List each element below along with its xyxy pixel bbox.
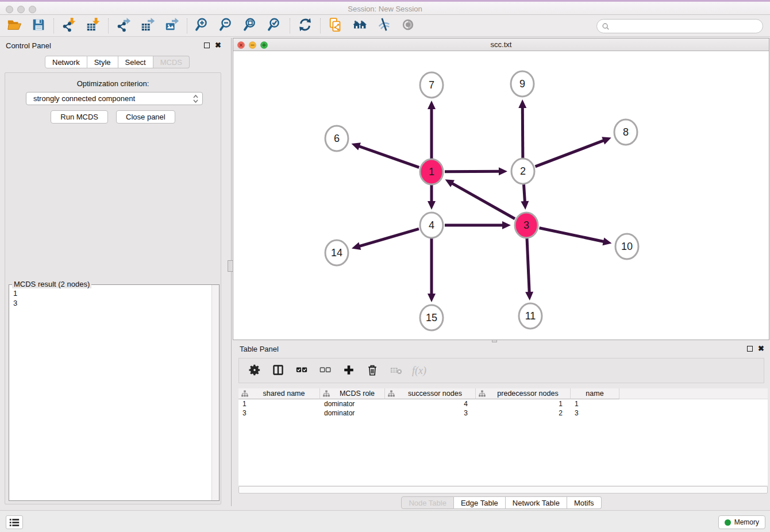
edge-4-14[interactable] bbox=[359, 229, 419, 246]
table-row[interactable]: 3dominator323 bbox=[238, 408, 768, 418]
zoom-selected-button[interactable] bbox=[266, 17, 283, 34]
edge-3-11[interactable] bbox=[527, 238, 529, 293]
float-table-panel-icon[interactable] bbox=[747, 346, 753, 352]
table-tab-node-table[interactable]: Node Table bbox=[401, 496, 454, 509]
node-4[interactable]: 4 bbox=[420, 213, 443, 238]
node-6[interactable]: 6 bbox=[325, 126, 348, 151]
create-column-button[interactable] bbox=[341, 363, 356, 378]
select-all-button[interactable] bbox=[294, 363, 309, 378]
svg-text:7: 7 bbox=[429, 79, 434, 91]
node-3[interactable]: 3 bbox=[515, 213, 538, 238]
table-mode-button[interactable] bbox=[247, 363, 262, 378]
toolbar-group bbox=[6, 17, 47, 34]
export-image-button[interactable] bbox=[163, 17, 180, 34]
show-all-button[interactable] bbox=[399, 17, 417, 34]
float-panel-icon[interactable] bbox=[204, 43, 210, 48]
export-table-button[interactable] bbox=[139, 17, 156, 34]
delete-column-button[interactable] bbox=[365, 363, 380, 378]
save-session-icon bbox=[31, 17, 46, 34]
clear-selection-button[interactable] bbox=[318, 363, 333, 378]
hide-selected-icon bbox=[376, 17, 391, 34]
zoom-fit-button[interactable] bbox=[242, 17, 259, 34]
control-panel-controls: ✖ bbox=[204, 42, 221, 48]
apply-layout-button[interactable] bbox=[297, 17, 314, 34]
node-14[interactable]: 14 bbox=[325, 240, 348, 265]
run-mcds-button[interactable]: Run MCDS bbox=[51, 110, 108, 124]
toolbar-separator bbox=[108, 18, 109, 33]
table-tab-motifs[interactable]: Motifs bbox=[567, 496, 602, 509]
edge-3-10[interactable] bbox=[540, 228, 605, 242]
automation-list-button[interactable] bbox=[6, 515, 23, 529]
edge-2-3[interactable] bbox=[523, 184, 525, 202]
open-file-button[interactable] bbox=[6, 17, 23, 34]
column-header-mcds-role[interactable]: MCDS role bbox=[320, 388, 385, 399]
svg-text:6: 6 bbox=[334, 133, 340, 144]
table-horizontal-scrollbar[interactable] bbox=[238, 486, 768, 494]
zoom-out-icon bbox=[219, 17, 234, 34]
function-builder-button: f(x) bbox=[412, 363, 426, 378]
node-9[interactable]: 9 bbox=[511, 71, 534, 97]
node-11[interactable]: 11 bbox=[519, 303, 542, 329]
show-columns-button[interactable] bbox=[271, 363, 286, 378]
criterion-select[interactable]: strongly connected component bbox=[26, 92, 203, 105]
node-10[interactable]: 10 bbox=[615, 234, 638, 259]
node-15[interactable]: 15 bbox=[420, 305, 443, 330]
edge-2-9[interactable] bbox=[522, 107, 523, 158]
memory-status-icon bbox=[725, 519, 731, 526]
column-header-predecessor-nodes[interactable]: predecessor nodes bbox=[476, 388, 571, 399]
export-image-icon bbox=[164, 17, 179, 34]
svg-text:4: 4 bbox=[429, 219, 434, 231]
node-1[interactable]: 1 bbox=[420, 159, 443, 184]
hide-selected-button[interactable] bbox=[375, 17, 392, 34]
first-neighbors-button[interactable] bbox=[351, 17, 368, 34]
tab-network[interactable]: Network bbox=[45, 56, 87, 68]
cell-shared-name: 3 bbox=[238, 409, 320, 417]
table-tab-network-table[interactable]: Network Table bbox=[506, 496, 567, 509]
save-session-button[interactable] bbox=[30, 17, 47, 34]
cell-name: 3 bbox=[571, 409, 619, 417]
zoom-in-button[interactable] bbox=[194, 17, 211, 34]
import-network-button[interactable] bbox=[60, 17, 78, 34]
column-label: MCDS role bbox=[330, 390, 384, 398]
search-icon bbox=[602, 22, 610, 30]
zoom-selected-icon bbox=[267, 17, 282, 34]
memory-label: Memory bbox=[734, 518, 759, 526]
export-network-button[interactable] bbox=[115, 17, 132, 34]
new-network-from-selection-button[interactable] bbox=[327, 17, 344, 34]
table-row[interactable]: 1dominator411 bbox=[238, 399, 768, 408]
list-icon bbox=[9, 518, 20, 527]
network-canvas[interactable]: 7968124314101511 bbox=[233, 52, 769, 340]
node-8[interactable]: 8 bbox=[614, 119, 637, 145]
column-header-shared-name[interactable]: shared name bbox=[238, 388, 320, 399]
toolbar-separator bbox=[320, 18, 321, 33]
column-header-name[interactable]: name bbox=[571, 388, 619, 399]
table-tab-edge-table[interactable]: Edge Table bbox=[454, 496, 506, 509]
tab-select[interactable]: Select bbox=[118, 56, 153, 68]
edge-1-2[interactable] bbox=[445, 171, 500, 172]
close-panel-icon[interactable]: ✖ bbox=[215, 42, 221, 48]
session-title: Session: New Session bbox=[0, 5, 770, 13]
import-table-button[interactable] bbox=[84, 17, 102, 34]
node-2[interactable]: 2 bbox=[511, 159, 534, 184]
close-panel-button[interactable]: Close panel bbox=[116, 110, 175, 124]
memory-button[interactable]: Memory bbox=[718, 515, 765, 529]
mcds-result-scrollbar[interactable] bbox=[211, 285, 219, 500]
edge-arrow-icon bbox=[525, 292, 533, 300]
cell-predecessor-nodes: 1 bbox=[476, 400, 571, 408]
edge-2-8[interactable] bbox=[536, 140, 605, 167]
tab-style[interactable]: Style bbox=[87, 56, 118, 68]
edge-arrow-icon bbox=[499, 167, 507, 175]
edge-1-6[interactable] bbox=[359, 146, 419, 167]
search-box bbox=[596, 19, 763, 33]
search-input[interactable] bbox=[612, 22, 758, 30]
svg-text:15: 15 bbox=[426, 312, 437, 323]
tab-mcds[interactable]: MCDS bbox=[153, 56, 190, 68]
delete-table-button bbox=[388, 363, 403, 378]
close-table-panel-icon[interactable]: ✖ bbox=[758, 345, 764, 352]
function-builder-icon: f(x) bbox=[412, 365, 426, 377]
edge-3-1[interactable] bbox=[452, 183, 515, 219]
node-7[interactable]: 7 bbox=[420, 72, 443, 98]
zoom-out-button[interactable] bbox=[218, 17, 235, 34]
column-header-successor-nodes[interactable]: successor nodes bbox=[385, 388, 476, 399]
toolbar-group bbox=[297, 17, 314, 34]
